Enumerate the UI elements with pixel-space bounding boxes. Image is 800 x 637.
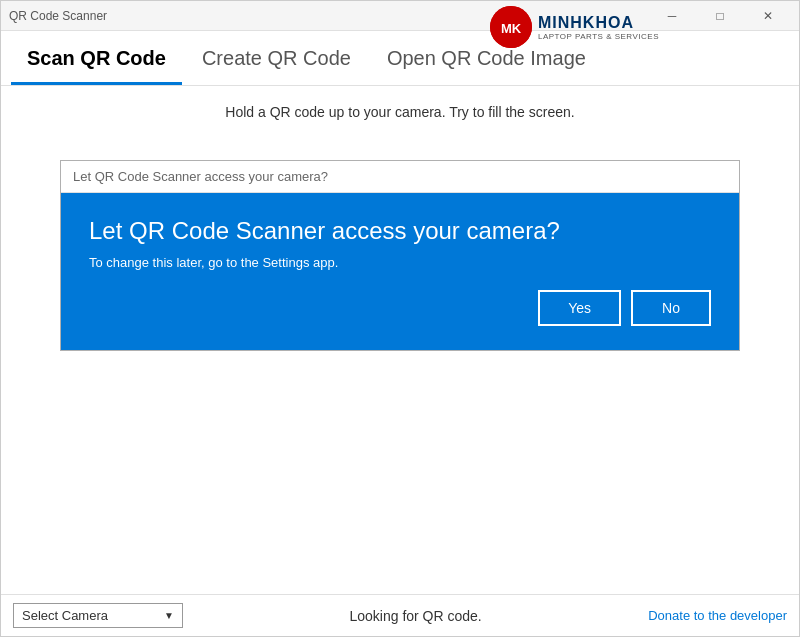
main-content: Let QR Code Scanner access your camera? …	[1, 130, 799, 381]
permission-title-bar: Let QR Code Scanner access your camera?	[61, 161, 739, 193]
donate-link[interactable]: Donate to the developer	[648, 608, 787, 623]
tab-scan-qr-code[interactable]: Scan QR Code	[11, 31, 182, 85]
no-button[interactable]: No	[631, 290, 711, 326]
status-text: Looking for QR code.	[183, 608, 648, 624]
chevron-down-icon: ▼	[164, 610, 174, 621]
nav-tabs: Scan QR Code Create QR Code Open QR Code…	[1, 31, 799, 86]
subtitle: Hold a QR code up to your camera. Try to…	[1, 86, 799, 130]
close-button[interactable]: ✕	[745, 1, 791, 31]
close-icon: ✕	[763, 9, 773, 23]
bottom-bar: Select Camera ▼ Looking for QR code. Don…	[1, 594, 799, 636]
dialog-wrapper: Let QR Code Scanner access your camera? …	[60, 160, 740, 351]
camera-select[interactable]: Select Camera ▼	[13, 603, 183, 628]
permission-outer: Let QR Code Scanner access your camera? …	[60, 160, 740, 351]
minimize-icon: ─	[668, 9, 677, 23]
maximize-icon: □	[716, 9, 723, 23]
yes-button[interactable]: Yes	[538, 290, 621, 326]
app-title: QR Code Scanner	[9, 9, 107, 23]
camera-select-label: Select Camera	[22, 608, 108, 623]
logo-brand: MINHKHOA	[538, 14, 659, 32]
permission-body: To change this later, go to the Settings…	[89, 255, 711, 270]
tab-create-qr-code[interactable]: Create QR Code	[186, 31, 367, 85]
maximize-button[interactable]: □	[697, 1, 743, 31]
dialog-buttons: Yes No	[89, 290, 711, 326]
title-bar: QR Code Scanner ─ □ ✕	[1, 1, 799, 31]
permission-heading: Let QR Code Scanner access your camera?	[89, 217, 711, 245]
window-controls: ─ □ ✕	[649, 1, 791, 31]
tab-open-qr-code-image[interactable]: Open QR Code Image	[371, 31, 602, 85]
permission-dialog: Let QR Code Scanner access your camera? …	[61, 193, 739, 350]
